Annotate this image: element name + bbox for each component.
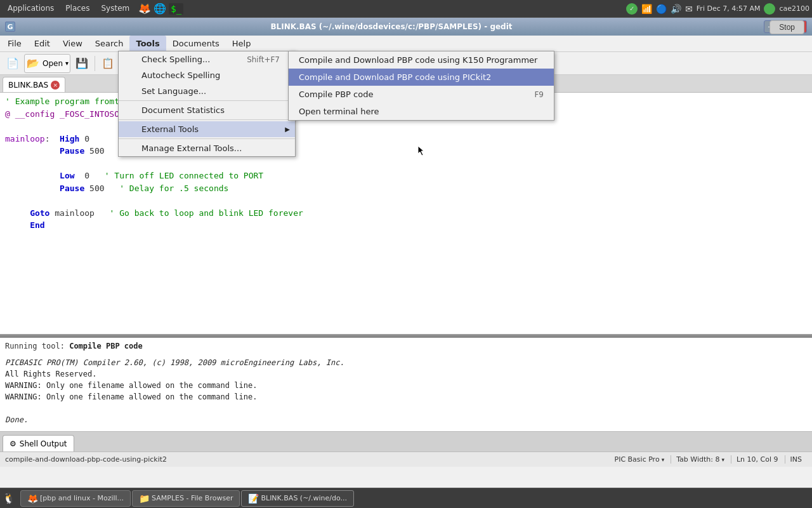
status-bar: compile-and-download-pbp-code-using-pick… bbox=[0, 451, 812, 467]
ext-compile-k150[interactable]: Compile and Download PBP code using K150… bbox=[289, 51, 554, 69]
datetime-display: Fri Dec 7, 4:57 AM bbox=[697, 4, 761, 13]
menu-external-tools[interactable]: External Tools bbox=[119, 121, 295, 137]
menu-check-spelling[interactable]: Check Spelling... Shift+F7 bbox=[119, 51, 295, 67]
paste-button[interactable]: 📋 bbox=[98, 54, 118, 73]
save-button[interactable]: 💾 bbox=[72, 54, 92, 73]
tools-separator-2 bbox=[119, 119, 295, 120]
new-file-button[interactable]: 📄 bbox=[3, 54, 23, 73]
shell-output-blank bbox=[5, 403, 807, 414]
menu-search[interactable]: Search bbox=[89, 36, 130, 51]
system-menu[interactable]: System bbox=[96, 3, 134, 15]
tools-dropdown-menu: Check Spelling... Shift+F7 Autocheck Spe… bbox=[118, 51, 296, 157]
shell-panel: Running tool: Compile PBP code PICBASIC … bbox=[0, 334, 812, 451]
menu-bar: File Edit View Search Tools Documents He… bbox=[0, 36, 812, 52]
menu-edit[interactable]: Edit bbox=[28, 36, 56, 51]
firefox-taskbar-icon: 🦊 bbox=[27, 493, 37, 504]
check-spelling-label: Check Spelling... bbox=[141, 55, 210, 64]
shell-output-line-4: WARNING: Only one filename allowed on th… bbox=[5, 391, 807, 403]
taskbar-firefox[interactable]: 🦊 [pbp and linux - Mozill... bbox=[20, 490, 131, 507]
username-display: cae2100 bbox=[779, 4, 809, 13]
shell-output-tab[interactable]: ⚙ Shell Output bbox=[3, 435, 74, 451]
files-taskbar-icon: 📁 bbox=[139, 493, 149, 504]
tab-width-label: Tab Width: 8 bbox=[676, 455, 719, 464]
terminal-launcher-icon[interactable]: $_ bbox=[169, 3, 183, 15]
code-line-8: Pause 500 ' Delay for .5 seconds bbox=[5, 182, 807, 195]
ext-open-terminal[interactable]: Open terminal here bbox=[289, 103, 554, 120]
external-tools-label: External Tools bbox=[141, 124, 199, 134]
ext-compile-pbp[interactable]: Compile PBP code F9 bbox=[289, 86, 554, 103]
mail-icon[interactable]: ✉ bbox=[685, 4, 693, 14]
volume-icon[interactable]: 🔊 bbox=[671, 4, 681, 14]
menu-autocheck-spelling[interactable]: Autocheck Spelling bbox=[119, 67, 295, 83]
autocheck-label: Autocheck Spelling bbox=[141, 70, 220, 80]
menu-tools[interactable]: Tools bbox=[129, 36, 166, 51]
menu-set-language[interactable]: Set Language... bbox=[119, 83, 295, 99]
tab-width-chevron-icon: ▾ bbox=[721, 457, 724, 463]
tab-width-selector[interactable]: Tab Width: 8 ▾ bbox=[671, 455, 730, 464]
open-button-group[interactable]: 📂 Open ▾ bbox=[24, 54, 70, 73]
user-status-icon bbox=[764, 3, 775, 15]
compile-pickit2-label: Compile and Download PBP code using PICk… bbox=[299, 72, 491, 82]
title-bar: G BLINK.BAS (~/.wine/dosdevices/c:/PBP/S… bbox=[0, 18, 812, 36]
shell-tab-icon: ⚙ bbox=[10, 439, 16, 448]
network-bars-icon: 📶 bbox=[641, 4, 652, 14]
shell-tab-bar: ⚙ Shell Output bbox=[0, 431, 812, 451]
gedit-taskbar-label: BLINK.BAS (~/.wine/do... bbox=[261, 494, 347, 502]
manage-label: Manage External Tools... bbox=[141, 144, 242, 153]
taskbar-files[interactable]: 📁 SAMPLES - File Browser bbox=[132, 490, 240, 507]
network-status-icon[interactable]: ✓ bbox=[626, 3, 638, 15]
open-chevron-icon[interactable]: ▾ bbox=[64, 60, 70, 67]
ext-compile-pickit2[interactable]: Compile and Download PBP code using PICk… bbox=[289, 69, 554, 86]
shell-output-line-2: All Rights Reserved. bbox=[5, 368, 807, 380]
system-tray: ✓ 📶 🔵 🔊 ✉ Fri Dec 7, 4:57 AM cae2100 bbox=[626, 3, 809, 15]
app-icon: G bbox=[5, 22, 15, 32]
firefox-launcher-icon[interactable]: 🦊 bbox=[138, 3, 151, 15]
places-menu[interactable]: Places bbox=[60, 3, 95, 15]
shell-output-line-3: WARNING: Only one filename allowed on th… bbox=[5, 380, 807, 391]
tools-separator-3 bbox=[119, 138, 295, 139]
open-label: Open bbox=[41, 59, 64, 68]
shell-output: Running tool: Compile PBP code PICBASIC … bbox=[0, 338, 812, 431]
paste-icon: 📋 bbox=[102, 57, 114, 69]
toolbar-separator bbox=[95, 56, 95, 71]
applications-menu[interactable]: Applications bbox=[3, 3, 59, 15]
tab-close-button[interactable]: × bbox=[51, 81, 60, 90]
chromium-launcher-icon[interactable]: 🌐 bbox=[154, 3, 166, 15]
firefox-taskbar-label: [pbp and linux - Mozill... bbox=[40, 494, 124, 502]
new-file-icon: 📄 bbox=[6, 57, 19, 69]
editor-tab-blink[interactable]: BLINK.BAS × bbox=[3, 77, 65, 92]
insert-mode: INS bbox=[785, 455, 807, 464]
open-terminal-label: Open terminal here bbox=[299, 107, 379, 116]
taskbar-gedit[interactable]: 📝 BLINK.BAS (~/.wine/do... bbox=[241, 490, 354, 507]
menu-manage-external-tools[interactable]: Manage External Tools... bbox=[119, 140, 295, 156]
set-language-label: Set Language... bbox=[141, 86, 206, 96]
language-selector[interactable]: PIC Basic Pro ▾ bbox=[610, 455, 670, 464]
top-bar: Applications Places System 🦊 🌐 $_ ✓ 📶 🔵 … bbox=[0, 0, 812, 18]
open-file-button[interactable]: 📂 bbox=[25, 54, 41, 73]
menu-view[interactable]: View bbox=[56, 36, 89, 51]
bluetooth-icon: 🔵 bbox=[656, 4, 667, 14]
language-chevron-icon: ▾ bbox=[662, 457, 665, 463]
menu-document-statistics[interactable]: Document Statistics bbox=[119, 102, 295, 118]
shell-tab-label: Shell Output bbox=[20, 439, 67, 448]
code-line-11: End bbox=[5, 219, 807, 232]
files-taskbar-label: SAMPLES - File Browser bbox=[152, 494, 233, 502]
gedit-taskbar-icon: 📝 bbox=[248, 493, 258, 504]
menu-help[interactable]: Help bbox=[226, 36, 258, 51]
code-line-7: Low 0 ' Turn off LED connected to PORT bbox=[5, 170, 807, 182]
check-spelling-shortcut: Shift+F7 bbox=[234, 55, 280, 64]
shell-output-done: Done. bbox=[5, 414, 807, 425]
window-title: BLINK.BAS (~/.wine/dosdevices/c:/PBP/SAM… bbox=[19, 22, 764, 31]
external-tools-submenu: Compile and Download PBP code using K150… bbox=[288, 51, 554, 121]
menu-documents[interactable]: Documents bbox=[166, 36, 226, 51]
tab-label: BLINK.BAS bbox=[8, 81, 48, 90]
doc-stats-label: Document Statistics bbox=[141, 105, 225, 115]
code-line-6 bbox=[5, 157, 807, 170]
status-right: PIC Basic Pro ▾ Tab Width: 8 ▾ Ln 10, Co… bbox=[610, 455, 808, 464]
taskbar-logo-icon: 🐧 bbox=[3, 492, 15, 504]
bottom-taskbar: 🐧 🦊 [pbp and linux - Mozill... 📁 SAMPLES… bbox=[0, 488, 812, 508]
compile-k150-label: Compile and Download PBP code using K150… bbox=[299, 55, 537, 65]
code-line-10: Goto mainloop ' Go back to loop and blin… bbox=[5, 207, 807, 220]
menu-file[interactable]: File bbox=[1, 36, 28, 51]
save-icon: 💾 bbox=[75, 57, 88, 69]
